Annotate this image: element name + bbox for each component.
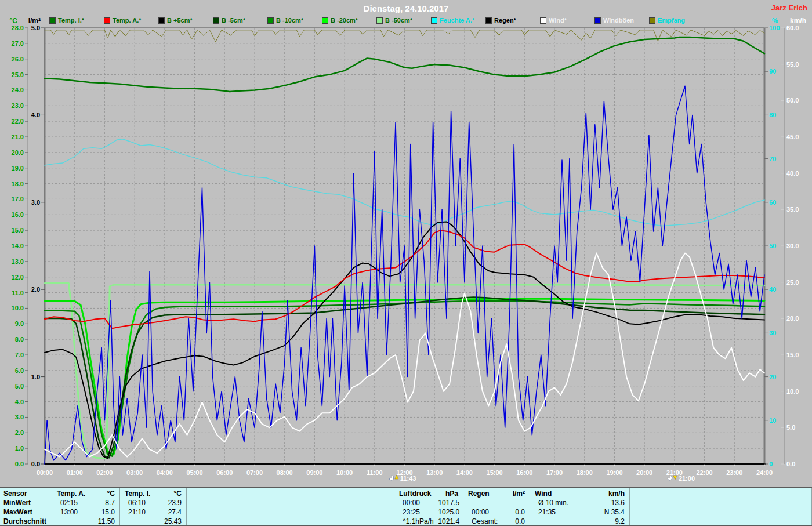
celsius-tick-label: 24.0 bbox=[12, 86, 24, 93]
row-label-sensor: Sensor bbox=[0, 489, 52, 498]
cell-value: 13.6 bbox=[590, 498, 629, 507]
table-row bbox=[270, 498, 394, 507]
legend-item-empfang: Empfang bbox=[649, 17, 704, 24]
hour-tick-label: 09:00 bbox=[306, 469, 322, 476]
table-row: 21:1027.4 bbox=[120, 507, 186, 517]
kmh-tick-label: 25.0 bbox=[786, 279, 799, 286]
series-legend: Temp. I.*Temp. A.*B +5cm*B -5cm*B -10cm*… bbox=[49, 17, 704, 24]
lm2-tick-label: 4.0 bbox=[31, 111, 40, 118]
chart-plot-area[interactable]: °Cl/m²%km/h0.01.02.03.04.05.06.07.08.09.… bbox=[0, 0, 812, 487]
legend-label: Wind* bbox=[549, 17, 567, 24]
legend-item-temp-i: Temp. I.* bbox=[49, 17, 104, 24]
table-row: 23:251025.0 bbox=[394, 507, 463, 517]
celsius-tick-label: 28.0 bbox=[12, 24, 24, 31]
celsius-tick-label: 9.0 bbox=[15, 320, 24, 327]
cell-value bbox=[343, 517, 394, 526]
legend-item-b-10cm: B -10cm* bbox=[267, 17, 322, 24]
table-row bbox=[630, 498, 811, 507]
legend-swatch-feuchte-a bbox=[431, 17, 437, 24]
sensor-column-wind: Windkm/hØ 10 min.13.621:35N 35.49.2 bbox=[530, 488, 630, 525]
row-label-minwert: MinWert bbox=[0, 498, 52, 507]
legend-swatch-temp-i bbox=[49, 17, 56, 24]
table-row: Gesamt:0.0 bbox=[463, 517, 530, 526]
kmh-tick-label: 55.0 bbox=[786, 61, 799, 68]
legend-label: B -10cm* bbox=[276, 17, 303, 24]
chart-title: Dienstag, 24.10.2017 bbox=[364, 3, 449, 13]
cell-time bbox=[120, 517, 162, 526]
hour-tick-label: 07:00 bbox=[246, 469, 263, 476]
legend-swatch-b-5cm bbox=[158, 17, 165, 24]
legend-label: Regen* bbox=[494, 17, 516, 24]
cell-time: 06:10 bbox=[120, 498, 162, 507]
legend-item-b-5cm: B +5cm* bbox=[158, 17, 213, 24]
author-label: Jarz Erich bbox=[771, 3, 807, 12]
percent-tick-label: 60 bbox=[769, 199, 776, 206]
legend-item-regen: Regen* bbox=[485, 17, 540, 24]
legend-label: B -20cm* bbox=[331, 17, 358, 24]
kmh-tick-label: 0.0 bbox=[786, 460, 795, 467]
kmh-tick-label: 10.0 bbox=[786, 388, 799, 395]
table-row bbox=[187, 517, 270, 526]
column-name: Temp. I. bbox=[120, 489, 159, 498]
legend-item-wind: Wind* bbox=[540, 17, 594, 24]
table-row: 00:000.0 bbox=[463, 507, 530, 517]
legend-label: B +5cm* bbox=[167, 17, 193, 24]
celsius-tick-label: 25.0 bbox=[12, 71, 24, 78]
hour-tick-label: 03:00 bbox=[126, 469, 143, 476]
weather-station-day-chart-window: Temp. I.*Temp. A.*B +5cm*B -5cm*B -10cm*… bbox=[0, 0, 812, 526]
hour-tick-label: 02:00 bbox=[96, 469, 113, 476]
celsius-tick-label: 15.0 bbox=[12, 227, 24, 234]
kmh-tick-label: 40.0 bbox=[786, 170, 799, 177]
celsius-tick-label: 12.0 bbox=[12, 274, 24, 281]
hour-tick-label: 13:00 bbox=[426, 469, 443, 476]
column-unit bbox=[234, 489, 270, 498]
hour-tick-label: 15:00 bbox=[487, 469, 503, 476]
cell-time bbox=[630, 517, 733, 526]
cell-time bbox=[530, 517, 590, 526]
legend-label: Feuchte A.* bbox=[440, 17, 474, 24]
cell-time bbox=[463, 498, 506, 507]
table-row bbox=[630, 507, 811, 517]
celsius-tick-label: 26.0 bbox=[12, 56, 24, 63]
celsius-tick-label: 3.0 bbox=[15, 413, 24, 420]
cell-value bbox=[238, 507, 270, 517]
celsius-tick-label: 2.0 bbox=[15, 429, 24, 436]
table-row bbox=[270, 517, 394, 526]
table-row: 21:35N 35.4 bbox=[530, 507, 629, 517]
hour-tick-label: 08:00 bbox=[277, 469, 293, 476]
legend-swatch-wind bbox=[540, 17, 546, 24]
celsius-tick-label: 23.0 bbox=[12, 102, 24, 109]
hour-tick-label: 24:00 bbox=[756, 469, 773, 476]
celsius-tick-label: 27.0 bbox=[12, 40, 24, 47]
celsius-tick-label: 16.0 bbox=[12, 211, 24, 218]
column-name bbox=[630, 489, 729, 498]
legend-swatch-windb-en bbox=[594, 17, 601, 24]
cell-time bbox=[270, 517, 343, 526]
cell-value: 9.2 bbox=[590, 517, 629, 526]
celsius-tick-label: 22.0 bbox=[12, 118, 24, 125]
percent-tick-label: 90 bbox=[769, 68, 776, 75]
cell-value: 23.9 bbox=[162, 498, 186, 507]
axis-header-kmh: km/h bbox=[790, 17, 806, 25]
hour-tick-label: 14:00 bbox=[456, 469, 473, 476]
cell-value bbox=[733, 517, 811, 526]
table-row bbox=[270, 507, 394, 517]
cell-value bbox=[733, 498, 811, 507]
cell-value bbox=[506, 498, 530, 507]
axis-header-lm2: l/m² bbox=[28, 17, 41, 25]
cell-time bbox=[52, 517, 95, 526]
legend-swatch-temp-a bbox=[104, 17, 110, 24]
column-unit: hPa bbox=[434, 489, 463, 498]
cell-time: 23:25 bbox=[394, 507, 438, 517]
daily-summary-table: SensorMinWertMaxWertDurchschnittTemp. A.… bbox=[0, 487, 812, 526]
hour-tick-label: 20:00 bbox=[636, 469, 652, 476]
cell-value bbox=[343, 507, 394, 517]
cell-time bbox=[270, 507, 343, 517]
cell-time: 00:00 bbox=[463, 507, 506, 517]
lm2-tick-label: 1.0 bbox=[31, 373, 40, 380]
column-unit: km/h bbox=[586, 489, 629, 498]
cell-time bbox=[187, 517, 238, 526]
legend-label: Temp. I.* bbox=[58, 17, 84, 24]
legend-swatch-b-10cm bbox=[267, 17, 274, 24]
table-row: ^1.1hPa/h1021.4 bbox=[394, 517, 463, 526]
